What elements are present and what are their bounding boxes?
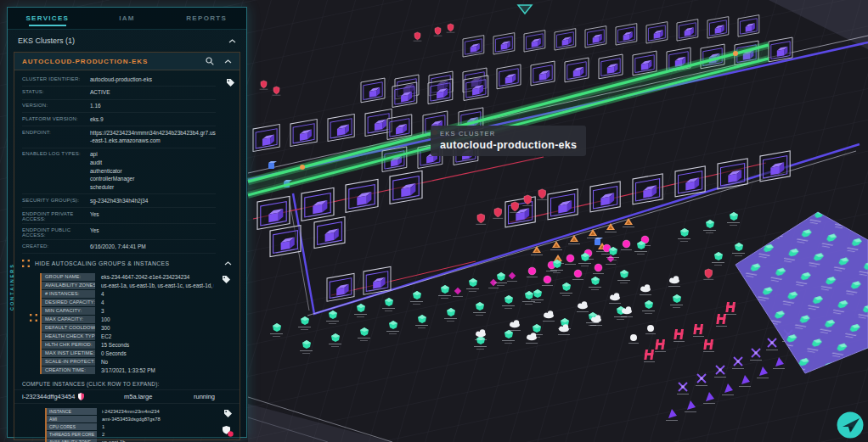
tab-reports[interactable]: REPORTS: [166, 8, 246, 29]
chevron-up-icon[interactable]: [224, 261, 232, 266]
asg-toggle-label: HIDE AUTOSCALING GROUPS & INSTANCES: [35, 260, 169, 266]
field-row: AMIami-3453453dsgdg87gs78: [47, 416, 219, 422]
field-value: 300: [95, 324, 214, 332]
tags-icon[interactable]: [223, 409, 233, 418]
field-value: 4: [95, 299, 214, 306]
field-row: AVAILABILITY ZONEus-east-1b: [47, 439, 219, 442]
field-label: CREATION TIME:: [42, 366, 95, 374]
field-value: Yes: [90, 227, 216, 238]
field-row: CREATED:6/16/2020, 7:44:41 PM: [22, 240, 216, 254]
field-row: ENDPOINT PUBLIC ACCESS:Yes: [22, 224, 216, 240]
field-row: CPU CORES1: [47, 423, 219, 430]
field-row: SECURITY GROUP(S):sg-2342h43h34h4h2j34: [22, 194, 216, 208]
tags-icon[interactable]: [226, 78, 235, 87]
field-label: GROUP NAME:: [42, 273, 95, 281]
expand-corners-icon[interactable]: [30, 314, 37, 322]
field-label: # INSTANCES:: [42, 290, 95, 298]
field-label: MIN CAPACITY:: [42, 307, 95, 315]
field-label: ENDPOINT PUBLIC ACCESS:: [22, 227, 90, 238]
field-row: MAX CAPACITY:100: [42, 316, 214, 323]
field-row: DESIRED CAPACITY:4: [42, 299, 214, 306]
field-row: ENDPOINT:https://234234234nmmn34n4234b23…: [22, 126, 216, 148]
field-value: api audit authenticator controllerManage…: [90, 150, 216, 192]
field-value: us-east-1b: [97, 439, 219, 442]
tab-services-label: SERVICES: [25, 14, 69, 22]
instance-row[interactable]: i-232344dffg43454 m5a.large running: [14, 389, 240, 404]
send-feedback-button[interactable]: [837, 412, 864, 439]
field-row: CREATION TIME:3/17/2021, 1:33:52 PM: [42, 366, 214, 374]
field-value: 100: [95, 316, 214, 323]
field-value: 1.16: [90, 102, 216, 110]
inspector-panel: SERVICES IAM REPORTS EKS Clusters (1) AU…: [7, 7, 247, 438]
field-label: INSTANCE: [47, 408, 97, 415]
cluster-fields: CLUSTER IDENTIFIER:autocloud-production-…: [14, 70, 240, 254]
field-label: HEALTH CHECK TYPE:: [42, 333, 95, 340]
field-value: https://234234234nmmn34n4234b23b423b4.gr…: [90, 129, 216, 146]
asg-toggle[interactable]: HIDE AUTOSCALING GROUPS & INSTANCES: [14, 254, 240, 271]
field-label: STATUS:: [22, 88, 90, 97]
field-row: MAX INST LIFETIME:0 Seconds: [42, 350, 214, 357]
field-value: Yes: [90, 210, 216, 221]
field-row: HLTH CHK PERIOD:15 Seconds: [42, 341, 214, 349]
field-row: GROUP NAME:eks-234-4647-2042-e1e4-234234…: [42, 273, 214, 281]
field-label: HLTH CHK PERIOD:: [42, 341, 95, 349]
eks-clusters-section-header[interactable]: EKS Clusters (1): [8, 30, 246, 50]
field-label: DESIRED CAPACITY:: [42, 299, 95, 306]
field-value: 6/16/2020, 7:44:41 PM: [90, 243, 216, 251]
field-row: VERSION:1.16: [22, 100, 216, 114]
field-value: ACTIVE: [90, 88, 216, 97]
compute-instances-title: COMPUTE INSTANCES (CLICK ROW TO EXPAND):: [14, 375, 240, 389]
field-row: MIN CAPACITY:3: [42, 307, 214, 315]
field-row: SCALE-IN PROTECT:No: [42, 358, 214, 366]
tab-iam[interactable]: IAM: [87, 8, 167, 29]
field-value: sg-2342h43h34h4h2j34: [90, 197, 216, 205]
section-title: EKS Clusters (1): [18, 36, 75, 45]
field-row: DEFAULT COOLDOWN:300: [42, 324, 214, 332]
cluster-card-header[interactable]: AUTOCLOUD-PRODUCTION-EKS: [14, 53, 240, 70]
security-issue-icon: [78, 393, 84, 400]
tags-icon[interactable]: [222, 275, 231, 284]
field-value: 3: [95, 307, 214, 315]
search-icon[interactable]: [206, 57, 214, 65]
field-value: autocloud-production-eks: [90, 76, 216, 84]
field-label: CPU CORES: [47, 423, 97, 430]
security-findings-badge-icon[interactable]: [223, 426, 234, 437]
field-value: 1: [97, 423, 219, 430]
tab-reports-label: REPORTS: [186, 14, 227, 22]
autoscaling-group-table[interactable]: GROUP NAME:eks-234-4647-2042-e1e4-234234…: [40, 273, 214, 374]
field-value: 4: [95, 290, 214, 298]
field-row: ENABLED LOG TYPES:api audit authenticato…: [22, 148, 216, 195]
tab-bar: SERVICES IAM REPORTS: [8, 8, 246, 30]
field-row: ENDPOINT PRIVATE ACCESS:Yes: [22, 208, 216, 224]
field-value: 3/17/2021, 1:33:52 PM: [95, 366, 214, 374]
field-label: CLUSTER IDENTIFIER:: [22, 76, 90, 84]
field-row: CLUSTER IDENTIFIER:autocloud-production-…: [22, 73, 216, 87]
field-value: ami-3453453dsgdg87gs78: [97, 416, 219, 422]
instance-type: m5a.large: [124, 393, 194, 400]
chevron-up-icon[interactable]: [228, 39, 236, 43]
expand-corners-icon: [22, 260, 30, 267]
field-value: 2: [97, 431, 219, 438]
field-value: No: [95, 358, 214, 366]
tab-iam-label: IAM: [119, 14, 135, 22]
field-label: AVAILABILITY ZONES:: [42, 282, 95, 289]
field-value: eks.9: [90, 115, 216, 124]
field-row: STATUS:ACTIVE: [22, 87, 216, 100]
field-label: CREATED:: [22, 243, 90, 251]
field-row: THREADS PER CORE2: [47, 431, 219, 438]
field-label: SECURITY GROUP(S):: [22, 197, 90, 205]
field-value: 0 Seconds: [95, 350, 214, 357]
field-label: AMI: [47, 416, 97, 422]
field-label: AVAILABILITY ZONE: [47, 439, 97, 442]
chevron-up-icon[interactable]: [224, 59, 232, 64]
tab-services[interactable]: SERVICES: [8, 8, 87, 29]
containers-axis-label: CONTAINERS: [9, 263, 14, 311]
field-row: # INSTANCES:4: [42, 290, 214, 298]
field-label: DEFAULT COOLDOWN:: [42, 324, 95, 332]
field-row: INSTANCEi-24234234mm23m4m234: [47, 408, 219, 415]
field-label: THREADS PER CORE: [47, 431, 97, 438]
field-label: MAX CAPACITY:: [42, 316, 95, 323]
field-label: ENABLED LOG TYPES:: [22, 150, 90, 192]
field-value: EC2: [95, 333, 214, 340]
field-value: 15 Seconds: [95, 341, 214, 349]
